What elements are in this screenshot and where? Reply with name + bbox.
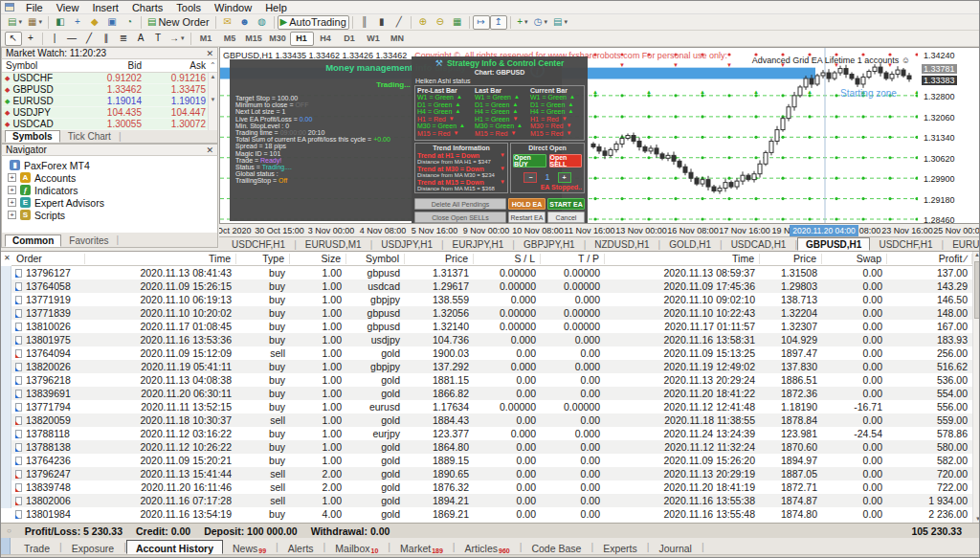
tab-code-base[interactable]: Code Base [522, 540, 590, 554]
sidebar-item-indicators[interactable]: +ƒIndicators [2, 184, 217, 196]
expand-icon[interactable]: + [8, 198, 16, 207]
zoom-out-button[interactable]: ⊖ [432, 15, 449, 30]
history-table-header[interactable]: OrderTimeTypeSizeSymbolPriceS / LT / PTi… [11, 252, 972, 266]
tile-windows-button[interactable]: ▦ [449, 15, 466, 30]
market-watch-row[interactable]: ◆EURUSD1.190141.19019 [2, 96, 217, 107]
date-axis[interactable]: 29 Oct 202030 Oct 15:003 Nov 00:004 Nov … [219, 223, 980, 236]
table-row[interactable]: 138396912020.11.20 06:30:11buy1.00gold18… [11, 387, 972, 400]
data-window-toggle[interactable]: + [69, 15, 86, 30]
table-row[interactable]: 137881382020.11.12 10:26:22buy1.00gold18… [11, 440, 972, 454]
open-sell-button[interactable]: Open SELL [549, 154, 583, 167]
table-row[interactable]: 137642362020.11.09 15:20:21buy1.00gold18… [11, 454, 972, 467]
table-row[interactable]: 138019752020.11.16 13:53:36buy1.00usdjpy… [11, 333, 972, 346]
tab-mailbox[interactable]: Mailbox10 [325, 540, 388, 554]
chart-area[interactable]: ▲▼▲▼▲▼▲▼▲▼▲▼▲ GBPUSD,H1 1.33435 1.33462 … [219, 47, 918, 223]
indicators-button[interactable]: +▾ [514, 15, 531, 30]
lot-increase-button[interactable]: + [558, 172, 571, 183]
expand-icon[interactable]: + [8, 186, 16, 194]
crosshair-tool[interactable]: + [22, 32, 39, 46]
delete-all-pendings-button[interactable]: Delete All Pendings [414, 198, 506, 210]
start-ea-button[interactable]: START EA [547, 198, 585, 210]
table-row[interactable]: 138397482020.11.20 16:11:46sell2.00gold1… [11, 480, 972, 494]
history-col-sl[interactable]: S / L [474, 254, 541, 264]
close-icon[interactable]: ✕ [4, 254, 11, 262]
chart-tab-eurusd-m1[interactable]: EURUSD,M1 [297, 237, 370, 251]
history-col-price[interactable]: Price [760, 254, 822, 264]
tab-common[interactable]: Common [5, 234, 61, 247]
menu-item-window[interactable]: Window [208, 2, 258, 13]
tab-journal[interactable]: Journal [649, 540, 701, 554]
market-watch-row[interactable]: ◆GBPUSD1.334621.33475 [2, 84, 217, 96]
tab-favorites[interactable]: Favorites [61, 234, 116, 247]
history-col-profit[interactable]: Profit ∕ [887, 254, 972, 264]
lot-decrease-button[interactable]: − [523, 172, 537, 183]
shapes-dropdown[interactable]: →▾ [167, 32, 188, 46]
history-col-order[interactable]: Order [11, 254, 85, 264]
tab-experts[interactable]: Experts [593, 540, 647, 554]
new-order-button[interactable]: ▤New Order [145, 15, 212, 30]
chart-tab-usdchf-h1[interactable]: USDCHF,H1 [223, 237, 294, 251]
chart-tab-eurusd-h1[interactable]: EURUSD,H1 [944, 237, 980, 251]
profiles-button[interactable]: ▦▾ [25, 15, 45, 30]
table-row[interactable]: 138200262020.11.19 05:41:11buy1.00gbpjpy… [11, 360, 972, 373]
history-col-price[interactable]: Price [405, 254, 474, 264]
timeframe-m5[interactable]: M5 [218, 32, 242, 46]
open-buy-button[interactable]: Open BUY [513, 154, 546, 167]
menu-item-view[interactable]: View [50, 2, 86, 13]
chart-tab-gbpusd-h1[interactable]: GBPUSD,H1 [797, 237, 870, 251]
table-row[interactable]: 138019842020.11.16 13:54:19buy4.00gold18… [11, 507, 972, 521]
table-row[interactable]: 137717942020.11.11 13:52:15buy1.00eurusd… [11, 400, 972, 413]
close-icon[interactable]: ✕ [206, 49, 213, 58]
table-row[interactable]: 137961272020.11.13 08:41:43buy1.00gbpusd… [11, 266, 972, 279]
scroll-up-icon[interactable]: ⌃ [210, 61, 218, 70]
price-axis[interactable]: 1.342401.337811.333831.328001.320601.313… [918, 47, 980, 223]
history-scrollbar[interactable]: ▲ ▼ [972, 252, 980, 523]
table-row[interactable]: 137640582020.11.09 15:26:15buy1.00usdcad… [11, 279, 972, 293]
scrollbar-thumb[interactable] [974, 261, 980, 319]
tab-articles[interactable]: Articles960 [456, 540, 520, 554]
cancel-button[interactable]: Cancel [547, 212, 585, 223]
table-row[interactable]: 138100262020.11.17 01:08:45buy1.00gbpusd… [11, 320, 972, 333]
timeframe-m1[interactable]: M1 [194, 32, 218, 46]
tab-exposure[interactable]: Exposure [62, 540, 123, 554]
fibonacci-tool[interactable]: ≣ [115, 32, 132, 46]
navigator-root[interactable]: ▮PaxForex MT4 [2, 159, 217, 171]
market-watch-row[interactable]: ◆USDCHF0.912020.91216 [2, 73, 217, 84]
new-chart-button[interactable]: ▤▾ [5, 15, 25, 30]
market-watch-row[interactable]: ◆USDJPY104.435104.447 [2, 107, 217, 119]
table-row[interactable]: 137719192020.11.10 06:19:13buy1.00gbpjpy… [11, 293, 972, 306]
timeframe-mn[interactable]: MN [386, 32, 410, 46]
chart-tab-eurjpy-h1[interactable]: EURJPY,H1 [444, 237, 513, 251]
strategy-tester-toggle[interactable]: ◔ [121, 15, 138, 30]
history-col-time[interactable]: Time [85, 254, 236, 264]
chart-shift-toggle[interactable]: ↥ [490, 15, 507, 30]
chart-tab-nzdusd-h1[interactable]: NZDUSD,H1 [586, 237, 657, 251]
history-col-symbol[interactable]: Symbol [346, 254, 405, 264]
chart-tab-usdcad-h1[interactable]: USDCAD,H1 [723, 237, 795, 251]
table-row[interactable]: 137881182020.11.12 03:16:22buy1.00eurjpy… [11, 427, 972, 440]
timeframe-m15[interactable]: M15 [242, 32, 266, 46]
history-col-size[interactable]: Size [290, 254, 346, 264]
tab-tick-chart[interactable]: Tick Chart [60, 130, 119, 143]
market-watch-toggle[interactable]: ◧ [52, 15, 69, 30]
tab-news[interactable]: News99 [223, 540, 276, 554]
timeframe-m30[interactable]: M30 [266, 32, 290, 46]
menu-item-charts[interactable]: Charts [125, 2, 169, 13]
table-row[interactable]: 137962182020.11.13 04:08:38buy1.00gold18… [11, 373, 972, 387]
close-open-sells-button[interactable]: Close Open SELLs [414, 212, 506, 223]
vertical-line-tool[interactable]: | [46, 32, 63, 46]
zoom-in-button[interactable]: ⊕ [414, 15, 432, 30]
close-icon[interactable]: ✕ [206, 145, 213, 155]
channel-tool[interactable]: ∥ [98, 32, 115, 46]
timeframe-h1[interactable]: H1 [290, 32, 314, 46]
hold-ea-button[interactable]: HOLD EA [508, 198, 546, 210]
experts-button[interactable]: ☻ [236, 15, 254, 30]
bar-chart-button[interactable]: ║ [356, 15, 373, 30]
history-col-type[interactable]: Type [236, 254, 290, 264]
metaeditor-button[interactable]: ✉ [219, 15, 236, 30]
tab-symbols[interactable]: Symbols [5, 130, 60, 143]
table-row[interactable]: 138200592020.11.18 10:30:37sell1.00gold1… [11, 413, 972, 427]
navigator-toggle[interactable]: ◆ [86, 15, 103, 30]
periods-button[interactable]: ◷▾ [531, 15, 550, 30]
history-col-swap[interactable]: Swap [822, 254, 887, 264]
